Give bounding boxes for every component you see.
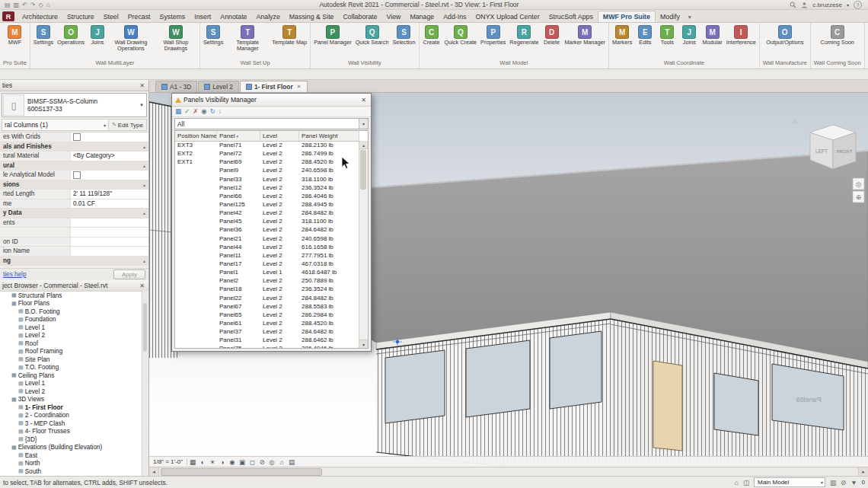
displacement-icon[interactable]: ▤ xyxy=(287,458,296,467)
temporary-hide-icon[interactable]: ⊘ xyxy=(257,458,266,467)
view-tab-level-2[interactable]: Level 2 xyxy=(198,81,239,92)
status-home-icon[interactable]: ⌂ xyxy=(735,479,739,486)
ribbon-button-settings[interactable]: SSettings xyxy=(32,24,55,46)
tree-item-north[interactable]: ▤North xyxy=(0,460,142,468)
ribbon-button-wall-shop-drawings[interactable]: WWall Shop Drawings xyxy=(154,24,198,53)
exclude-options-icon[interactable]: ⊘ xyxy=(841,479,846,486)
ribbon-button-panel-manager[interactable]: PPanel Manager xyxy=(312,24,353,46)
properties-section-row[interactable]: als and Finishes▴ xyxy=(0,142,148,152)
panel-row[interactable]: EXT2Panel72Level 2286.7499 lb xyxy=(175,149,359,158)
crop-visibility-icon[interactable]: ◻ xyxy=(247,458,257,467)
panel-row[interactable]: Panel2Level 2250.7889 lb xyxy=(175,276,359,285)
properties-section-row[interactable]: ural▴ xyxy=(0,161,148,171)
section-collapse-icon[interactable]: ▴ xyxy=(143,144,148,149)
panel-row[interactable]: Panel37Level 2284.6482 lb xyxy=(175,327,359,336)
ribbon-tab-systems[interactable]: Systems xyxy=(155,11,190,22)
ribbon-button-quick-search[interactable]: QQuick Search xyxy=(354,24,391,46)
tree-item-south[interactable]: ▤South xyxy=(0,467,142,476)
panel-row[interactable]: Panel33Level 2318.1100 lb xyxy=(175,175,359,183)
ribbon-button-quick-create[interactable]: QQuick Create xyxy=(443,24,479,46)
tree-item-3d-views[interactable]: ▦3D Views xyxy=(0,396,142,404)
property-value[interactable] xyxy=(71,228,148,237)
ribbon-button-template-map[interactable]: TTemplate Map xyxy=(270,24,308,46)
tree-item-roof-framing[interactable]: ▤Roof Framing xyxy=(0,348,142,356)
clear-all-icon[interactable]: ✗ xyxy=(193,108,198,115)
panel-row[interactable]: Panel18Level 2236.3524 lb xyxy=(175,285,359,293)
panel-row[interactable]: Panel31Level 2288.6462 lb xyxy=(175,336,359,344)
properties-section-row[interactable]: sions▴ xyxy=(0,180,148,190)
property-value[interactable] xyxy=(71,171,148,180)
apply-button[interactable]: Apply xyxy=(113,270,145,279)
section-collapse-icon[interactable]: ▴ xyxy=(143,210,148,215)
ribbon-tab-steel[interactable]: Steel xyxy=(99,11,123,22)
tree-item-level-2[interactable]: ▤Level 2 xyxy=(0,332,142,340)
ribbon-tab-view[interactable]: View xyxy=(381,11,405,22)
panel-row[interactable]: Panel22Level 2284.8482 lb xyxy=(175,294,359,302)
panel-row[interactable]: Panel125Level 2288.4945 lb xyxy=(175,200,359,209)
viewcube-home-icon[interactable]: ⌂ xyxy=(793,117,797,125)
close-icon[interactable]: ✕ xyxy=(138,82,146,89)
ribbon-tab-onyx-upload-center[interactable]: ONYX Upload Center xyxy=(471,11,544,22)
ribbon-button-marker-manager[interactable]: MMarker Manager xyxy=(563,24,608,46)
view-tab-1-first-floor[interactable]: 1- First Floor✕ xyxy=(240,81,308,92)
property-value[interactable]: <By Category> xyxy=(71,152,148,161)
search-icon[interactable] xyxy=(790,2,796,8)
ribbon-button-template-manager[interactable]: TTemplate Manager xyxy=(225,24,270,53)
tree-item-1-first-floor[interactable]: ▤1- First Floor xyxy=(0,403,142,412)
ribbon-button-properties[interactable]: PProperties xyxy=(479,24,507,46)
scroll-up-icon[interactable]: ▴ xyxy=(359,141,368,149)
ribbon-button-tools[interactable]: TTools xyxy=(656,24,678,46)
type-selector[interactable]: ▯ BIMSF-SSMA-S-Column 600S137-33 ▾ xyxy=(2,93,147,117)
project-browser-scrollbar[interactable] xyxy=(142,291,148,476)
panel-row[interactable]: Panel9Level 2240.6598 lb xyxy=(175,166,359,174)
ribbon-button-regenerate[interactable]: RRegenerate xyxy=(508,24,540,46)
property-value[interactable] xyxy=(71,247,148,256)
column-header-position-name[interactable]: Position Name xyxy=(175,131,217,141)
show-panel-icon[interactable]: ◉ xyxy=(201,108,206,115)
reveal-hidden-icon[interactable]: ◎ xyxy=(267,458,276,467)
steering-wheel-icon[interactable]: ◎ xyxy=(856,180,862,188)
render-icon[interactable]: ◉ xyxy=(228,458,237,467)
selected-elements-label[interactable]: ral Columns (1) xyxy=(2,121,101,129)
viewcube-front-face-label[interactable]: FRONT xyxy=(837,149,853,154)
undo-icon[interactable]: ↶ xyxy=(22,2,27,8)
column-header-panel[interactable]: Panel▾ xyxy=(217,131,260,141)
type-selector-caret-icon[interactable]: ▾ xyxy=(137,102,146,108)
view-scale-button[interactable]: 1/8" = 1'-0" xyxy=(152,458,187,465)
tree-item-ceiling-plans[interactable]: ▦Ceiling Plans xyxy=(0,372,142,380)
section-collapse-icon[interactable]: ▴ xyxy=(143,258,148,263)
ribbon-button-modular[interactable]: MModular xyxy=(700,24,723,46)
default-3d-view-icon[interactable]: ⌂ xyxy=(46,2,50,8)
panel-row[interactable]: EXT1Panel69Level 2288.4520 lb xyxy=(175,158,359,166)
property-checkbox[interactable] xyxy=(73,171,81,179)
close-dialog-icon[interactable]: ✕ xyxy=(359,97,368,104)
tree-item-site-plan[interactable]: ▤Site Plan xyxy=(0,356,142,364)
panel-row[interactable]: Panel21Level 2240.6598 lb xyxy=(175,234,359,243)
ribbon-tab-architecture[interactable]: Architecture xyxy=(18,11,62,22)
property-value[interactable]: 0.01 CF xyxy=(71,199,148,209)
ribbon-button-wall-drawing-operations[interactable]: WWall Drawing Operations xyxy=(109,24,153,53)
ribbon-button-create[interactable]: CCreate xyxy=(421,24,442,46)
ribbon-tab-precast[interactable]: Precast xyxy=(123,11,155,22)
view-tab-a1-3d[interactable]: A1 - 3D xyxy=(155,81,197,92)
property-value[interactable] xyxy=(71,218,148,228)
tree-item-level-1[interactable]: ▤Level 1 xyxy=(0,380,142,388)
tree-item-t-o-footing[interactable]: ▤T.O. Footing xyxy=(0,364,142,372)
column-header-panel-weight[interactable]: Panel Weight xyxy=(299,131,359,141)
dialog-title-bar[interactable]: Panels Visibility Manager ✕ xyxy=(172,94,371,107)
selection-filter-icon[interactable]: ▼ xyxy=(850,479,857,486)
property-value[interactable]: 2' 11 119/128" xyxy=(71,190,148,199)
selector-caret-icon[interactable]: ▾ xyxy=(101,123,108,128)
horizontal-scrollbar[interactable]: ◂ ▸ xyxy=(149,467,868,476)
panel-row[interactable]: Panel1Level 14618.6487 lb xyxy=(175,268,359,276)
panel-row[interactable]: Panel66Level 2286.4046 lb xyxy=(175,192,359,200)
panel-row[interactable]: Panel75Level 2286.4046 lb xyxy=(175,344,359,348)
ribbon-tab-analyze[interactable]: Analyze xyxy=(252,11,285,22)
check-all-icon[interactable]: ✓ xyxy=(184,108,190,115)
property-value[interactable] xyxy=(71,132,148,142)
refresh-icon[interactable]: ↻ xyxy=(210,108,215,115)
detail-level-icon[interactable]: ▦ xyxy=(188,458,197,467)
ribbon-display-toggle-icon[interactable]: ▾ xyxy=(685,14,695,22)
tree-item-3d[interactable]: ▤{3D} xyxy=(0,435,142,444)
scrollbar-thumb[interactable] xyxy=(161,468,322,476)
